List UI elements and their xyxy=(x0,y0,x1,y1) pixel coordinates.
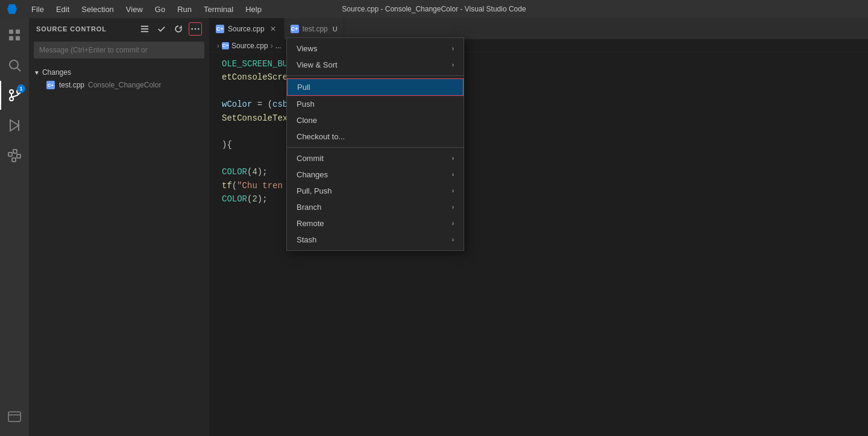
tab-source-label: Source.cpp xyxy=(228,25,265,33)
svg-rect-14 xyxy=(17,154,20,158)
extensions-icon[interactable] xyxy=(0,141,29,170)
svg-rect-12 xyxy=(8,153,12,156)
menu-section-1: Views › View & Sort › xyxy=(287,38,464,76)
remote-label: Remote xyxy=(297,219,324,228)
menu-item-checkout[interactable]: Checkout to... xyxy=(287,128,464,145)
menu-item-push[interactable]: Push xyxy=(287,96,464,112)
menu-item-changes[interactable]: Changes › xyxy=(287,166,464,183)
svg-marker-10 xyxy=(10,120,19,131)
menu-terminal[interactable]: Terminal xyxy=(199,4,238,15)
views-label: Views xyxy=(297,44,317,53)
menu-item-stash[interactable]: Stash › xyxy=(287,232,464,248)
activity-bar: 1 xyxy=(0,18,29,436)
breadcrumb-more[interactable]: ... xyxy=(275,42,281,50)
svg-point-22 xyxy=(195,28,197,30)
tab-test-label: test.cpp xyxy=(303,25,328,33)
menu-selection[interactable]: Selection xyxy=(77,4,118,15)
breadcrumb-cpp-icon: C+ xyxy=(222,42,229,49)
title-bar: File Edit Selection View Go Run Terminal… xyxy=(0,0,868,18)
list-tree-icon[interactable] xyxy=(138,22,151,36)
stash-label: Stash xyxy=(297,235,316,244)
file-item[interactable]: C+ test.cpp Console_ChangeColor xyxy=(29,79,209,91)
vscode-logo xyxy=(7,4,17,14)
run-debug-icon[interactable] xyxy=(0,111,29,140)
search-icon[interactable] xyxy=(0,51,29,80)
svg-point-23 xyxy=(198,28,200,30)
menu-run[interactable]: Run xyxy=(172,4,197,15)
changes-submenu-icon: › xyxy=(452,171,454,178)
menu-item-view-sort[interactable]: View & Sort › xyxy=(287,57,464,73)
svg-point-8 xyxy=(10,97,13,101)
cpp-file-icon: C+ xyxy=(46,80,55,90)
commit-label: Commit xyxy=(297,154,324,163)
menu-help[interactable]: Help xyxy=(241,4,266,15)
file-name: test.cpp xyxy=(59,81,84,89)
branch-label: Branch xyxy=(297,203,321,212)
tab-bar: C+ Source.cpp ✕ C+ test.cpp U xyxy=(210,18,868,39)
clone-label: Clone xyxy=(297,116,317,125)
explorer-icon[interactable] xyxy=(0,21,29,49)
sidebar-header: SOURCE CONTROL xyxy=(29,18,209,39)
breadcrumb-file[interactable]: Source.cpp xyxy=(231,42,268,50)
commit-submenu-icon: › xyxy=(452,155,454,162)
svg-point-4 xyxy=(10,60,18,69)
changes-header[interactable]: ▼ Changes xyxy=(29,66,209,79)
stash-submenu-icon: › xyxy=(452,236,454,243)
window-title: Source.cpp - Console_ChangeColor - Visua… xyxy=(342,5,526,13)
sidebar-title: SOURCE CONTROL xyxy=(36,25,107,33)
menu-item-pull-push[interactable]: Pull, Push › xyxy=(287,183,464,199)
menu-item-remote[interactable]: Remote › xyxy=(287,215,464,232)
menu-section-3: Commit › Changes › Pull, Push › Branch ›… xyxy=(287,148,464,250)
views-submenu-icon: › xyxy=(452,45,454,52)
menu-item-clone[interactable]: Clone xyxy=(287,112,464,128)
close-source-tab[interactable]: ✕ xyxy=(268,24,278,34)
commit-message-input[interactable] xyxy=(34,42,204,58)
tab-test-cpp[interactable]: C+ test.cpp U xyxy=(285,18,344,39)
svg-rect-18 xyxy=(141,25,148,27)
view-sort-submenu-icon: › xyxy=(452,62,454,68)
svg-rect-2 xyxy=(9,36,13,40)
svg-point-21 xyxy=(191,28,193,30)
changes-label: Changes xyxy=(42,68,71,77)
view-sort-label: View & Sort xyxy=(297,60,338,69)
menu-item-commit[interactable]: Commit › xyxy=(287,150,464,166)
source-control-icon[interactable]: 1 xyxy=(0,81,29,110)
header-icons xyxy=(138,22,202,36)
svg-rect-0 xyxy=(9,30,13,34)
svg-rect-19 xyxy=(141,28,148,30)
menu-item-branch[interactable]: Branch › xyxy=(287,199,464,215)
source-cpp-icon: C+ xyxy=(216,25,224,33)
menu-edit[interactable]: Edit xyxy=(51,4,74,15)
menu-item-views[interactable]: Views › xyxy=(287,40,464,57)
more-actions-icon[interactable] xyxy=(189,22,202,36)
menu-section-2: Pull Push Clone Checkout to... xyxy=(287,76,464,148)
dropdown-menu: Views › View & Sort › Pull Push Clone xyxy=(286,37,464,251)
chevron-icon: ▼ xyxy=(34,69,40,76)
refresh-icon[interactable] xyxy=(172,22,185,36)
svg-line-5 xyxy=(17,68,21,72)
menu-item-pull[interactable]: Pull xyxy=(287,78,464,96)
svg-rect-16 xyxy=(8,412,20,422)
source-control-badge: 1 xyxy=(17,84,25,93)
pull-push-submenu-icon: › xyxy=(452,188,454,194)
svg-rect-20 xyxy=(141,31,148,32)
menu-items: File Edit Selection View Go Run Terminal… xyxy=(27,4,266,15)
menu-view[interactable]: View xyxy=(121,4,148,15)
test-cpp-icon: C+ xyxy=(291,25,299,33)
svg-rect-15 xyxy=(12,158,16,162)
tab-source-cpp[interactable]: C+ Source.cpp ✕ xyxy=(210,18,285,39)
file-path: Console_ChangeColor xyxy=(88,81,161,89)
menu-go[interactable]: Go xyxy=(150,4,170,15)
pull-label: Pull xyxy=(297,83,310,92)
main-layout: 1 SOURCE CONTROL xyxy=(0,18,868,436)
svg-point-6 xyxy=(10,90,13,93)
menu-file[interactable]: File xyxy=(27,4,49,15)
svg-rect-3 xyxy=(16,36,20,40)
changes-menu-label: Changes xyxy=(297,170,328,179)
check-icon[interactable] xyxy=(155,22,168,36)
sidebar: SOURCE CONTROL ▼ Changes xyxy=(29,18,210,436)
push-label: Push xyxy=(297,100,315,109)
title-bar-left: File Edit Selection View Go Run Terminal… xyxy=(7,4,266,15)
test-cpp-badge: U xyxy=(333,25,338,33)
remote-icon[interactable] xyxy=(0,402,29,431)
